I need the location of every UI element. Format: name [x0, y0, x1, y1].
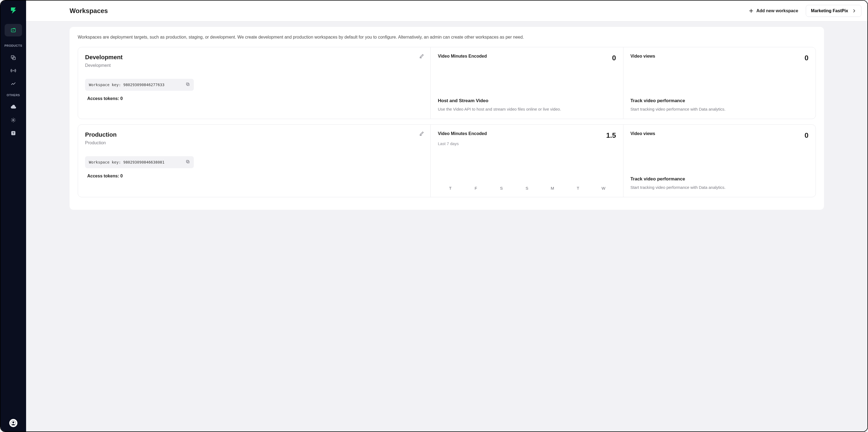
track-perf-title: Track video performance [630, 98, 808, 103]
svg-rect-10 [186, 83, 189, 85]
workspace-name: Development [85, 54, 424, 61]
sidebar-section-others: OTHERS [7, 93, 20, 97]
plus-icon [749, 8, 753, 13]
chart-x-label: F [464, 186, 487, 190]
sidebar-item-settings[interactable] [7, 114, 19, 126]
logo-icon [9, 6, 17, 14]
stat-views-value: 0 [805, 54, 808, 62]
stat-views-value: 0 [805, 131, 808, 140]
chart-x-label: T [439, 186, 462, 190]
sidebar-section-products: PRODUCTS [4, 44, 22, 47]
workspace-env: Development [85, 63, 424, 68]
workspace-key-box: Workspace key: 980293090846638081 [85, 156, 194, 168]
stat-minutes-value: 1.5 [606, 131, 616, 140]
chart-x-label: T [567, 186, 589, 190]
copy-icon[interactable] [186, 159, 190, 165]
sidebar-item-live[interactable] [7, 65, 19, 76]
minutes-bar-chart [438, 152, 616, 184]
stat-minutes-label: Video Minutes Encoded [438, 54, 487, 59]
svg-rect-12 [186, 160, 189, 162]
add-workspace-button[interactable]: Add new workspace [749, 8, 798, 13]
chart-x-labels: TFSSMTW [438, 184, 616, 190]
stat-minutes-sub: Last 7 days [438, 141, 616, 146]
track-perf-desc: Start tracking video performance with Da… [630, 184, 808, 190]
svg-rect-9 [187, 84, 189, 86]
chart-x-label: M [541, 186, 564, 190]
stat-views-label: Video views [630, 131, 655, 136]
sidebar: PRODUCTS OTHERS ? [1, 1, 26, 431]
svg-text:?: ? [12, 131, 14, 135]
workspace-key-text: Workspace key: 980293090846638081 [89, 160, 164, 164]
chart-x-label: W [592, 186, 615, 190]
svg-point-4 [13, 120, 14, 121]
workspace-env: Production [85, 141, 424, 145]
intro-text: Workspaces are deployment targets, such … [78, 34, 816, 40]
sidebar-item-help[interactable]: ? [7, 127, 19, 139]
svg-point-8 [12, 422, 14, 423]
track-perf-title: Track video performance [630, 176, 808, 182]
svg-rect-11 [187, 161, 189, 163]
user-avatar[interactable] [9, 419, 18, 427]
sidebar-item-media[interactable] [7, 52, 19, 64]
workspace-card: Development Development Workspace key: 9… [78, 47, 816, 119]
chart-x-label: S [516, 186, 538, 190]
workspace-name: Production [85, 131, 424, 138]
copy-icon[interactable] [186, 82, 190, 88]
sidebar-item-analytics[interactable] [7, 78, 19, 90]
workspace-switcher-label: Marketing FastPix [811, 8, 848, 13]
edit-icon[interactable] [419, 53, 425, 60]
stat-views-label: Video views [630, 54, 655, 59]
stat-minutes-label: Video Minutes Encoded [438, 131, 487, 136]
access-tokens: Access tokens: 0 [85, 174, 424, 179]
workspace-key-text: Workspace key: 980293090846277633 [89, 83, 164, 87]
add-workspace-label: Add new workspace [756, 8, 798, 13]
sidebar-item-cloud[interactable] [7, 101, 19, 113]
edit-icon[interactable] [419, 131, 425, 137]
workspace-key-box: Workspace key: 980293090846277633 [85, 79, 194, 91]
page-title: Workspaces [69, 7, 108, 15]
host-stream-title: Host and Stream Video [438, 98, 616, 103]
host-stream-desc: Use the Video API to host and stream vid… [438, 106, 616, 112]
track-perf-desc: Start tracking video performance with Da… [630, 106, 808, 112]
access-tokens: Access tokens: 0 [85, 96, 424, 101]
workspace-switcher[interactable]: Marketing FastPix [806, 5, 862, 17]
chevron-right-icon [852, 9, 856, 13]
chart-x-label: S [490, 186, 513, 190]
svg-point-3 [13, 70, 13, 71]
header: Workspaces Add new workspace Marketing F… [26, 1, 867, 22]
stat-minutes-value: 0 [612, 54, 616, 62]
workspace-card: Production Production Workspace key: 980… [78, 124, 816, 197]
sidebar-item-workspaces[interactable] [5, 24, 22, 36]
